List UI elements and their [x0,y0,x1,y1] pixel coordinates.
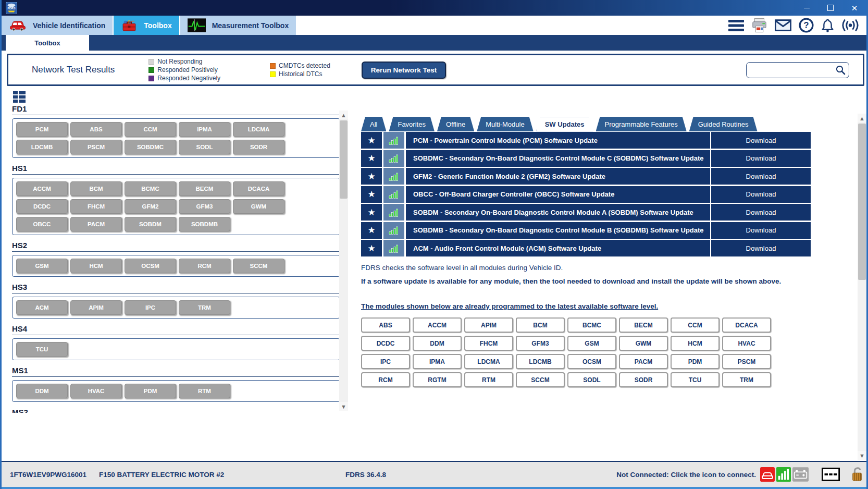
bus-list-scrollbar[interactable]: ▲ ▼ [339,111,348,411]
module-button-dcaca[interactable]: DCACA [233,181,284,196]
sw-update-row[interactable]: ★SOBDM - Secondary On-Board Diagnostic C… [361,204,811,221]
scroll-up-arrow-icon[interactable]: ▲ [339,111,348,119]
module-button-abs[interactable]: ABS [70,122,122,137]
scrollbar-thumb[interactable] [340,120,348,199]
programmed-module-button-tcu[interactable]: TCU [671,372,720,387]
favorite-star-button[interactable]: ★ [361,168,382,185]
sw-update-row[interactable]: ★ACM - Audio Front Control Module (ACM) … [361,240,811,256]
scroll-up-arrow-icon[interactable]: ▲ [858,114,866,123]
module-button-acm[interactable]: ACM [16,300,68,315]
module-button-trm[interactable]: TRM [179,300,230,315]
module-button-hvac[interactable]: HVAC [70,384,122,398]
scrollbar-thumb[interactable] [858,124,866,280]
printer-icon[interactable] [751,18,767,33]
programmed-module-button-bcmc[interactable]: BCMC [567,317,616,333]
programmed-module-button-hcm[interactable]: HCM [671,336,720,351]
module-button-pacm[interactable]: PACM [70,217,122,231]
download-button[interactable]: Download [710,222,811,239]
mail-icon[interactable] [775,19,791,31]
programmed-module-button-gsm[interactable]: GSM [567,336,616,351]
download-button[interactable]: Download [710,168,811,185]
module-button-obcc[interactable]: OBCC [16,217,68,231]
sw-update-row[interactable]: ★SOBDMB - Secondary On-Board Diagnostic … [361,222,811,239]
favorite-star-button[interactable]: ★ [361,222,382,239]
module-button-ocsm[interactable]: OCSM [125,259,176,273]
module-button-pcm[interactable]: PCM [16,122,68,137]
scroll-down-arrow-icon[interactable]: ▼ [339,402,348,411]
menu-icon[interactable] [728,20,744,31]
programmed-module-button-rcm[interactable]: RCM [361,372,410,387]
programmed-module-button-trm[interactable]: TRM [722,372,771,387]
favorite-star-button[interactable]: ★ [361,186,382,203]
module-button-gfm2[interactable]: GFM2 [125,199,176,214]
module-button-ipc[interactable]: IPC [125,300,176,315]
module-button-gfm3[interactable]: GFM3 [179,199,230,214]
tab-favorites[interactable]: Favorites [389,117,434,131]
programmed-module-button-ocsm[interactable]: OCSM [567,354,616,369]
programmed-module-button-rgtm[interactable]: RGTM [413,372,462,387]
module-button-ldcma[interactable]: LDCMA [233,122,284,137]
tab-multi-module[interactable]: Multi-Module [477,117,533,131]
window-scrollbar[interactable]: ▲ ▼ [858,114,866,460]
programmed-module-button-ldcma[interactable]: LDCMA [464,354,513,369]
programmed-module-button-bcm[interactable]: BCM [516,317,565,333]
module-button-accm[interactable]: ACCM [16,181,68,196]
module-button-gsm[interactable]: GSM [16,259,68,273]
programmed-module-button-sodl[interactable]: SODL [567,372,616,387]
module-button-apim[interactable]: APIM [70,300,122,315]
download-button[interactable]: Download [710,240,811,256]
programmed-module-button-rtm[interactable]: RTM [464,372,513,387]
vehicle-connect-icon[interactable] [760,467,775,482]
programmed-module-button-abs[interactable]: ABS [361,317,410,333]
module-button-sodr[interactable]: SODR [233,140,284,154]
programmed-module-button-accm[interactable]: ACCM [413,317,462,333]
search-input[interactable] [747,66,835,74]
sw-update-row[interactable]: ★PCM - Powertrain Control Module (PCM) S… [361,132,811,149]
favorite-star-button[interactable]: ★ [361,204,382,221]
sw-update-row[interactable]: ★SOBDMC - Secondary On-Board Diagnostic … [361,150,811,167]
module-button-sobdm[interactable]: SOBDM [125,217,176,231]
programmed-module-button-gfm3[interactable]: GFM3 [516,336,565,351]
close-button[interactable]: ✕ [842,0,866,16]
programmed-module-button-dcaca[interactable]: DCACA [722,317,771,333]
programmed-module-button-apim[interactable]: APIM [464,317,513,333]
download-button[interactable]: Download [710,186,811,203]
rerun-network-test-button[interactable]: Rerun Network Test [362,62,447,79]
module-button-sobdmc[interactable]: SOBDMC [125,140,176,154]
module-button-rcm[interactable]: RCM [179,259,230,273]
programmed-module-button-pacm[interactable]: PACM [619,354,668,369]
favorite-star-button[interactable]: ★ [361,150,382,167]
maximize-button[interactable] [819,0,842,16]
module-button-rtm[interactable]: RTM [179,384,230,398]
programmed-module-button-ipma[interactable]: IPMA [413,354,462,369]
programmed-module-button-pdm[interactable]: PDM [671,354,720,369]
scroll-down-arrow-icon[interactable]: ▼ [858,451,866,460]
favorite-star-button[interactable]: ★ [361,240,382,256]
module-button-ldcmb[interactable]: LDCMB [16,140,68,154]
programmed-module-button-ldcmb[interactable]: LDCMB [516,354,565,369]
tab-all[interactable]: All [361,117,386,131]
download-button[interactable]: Download [710,150,811,167]
programmed-module-button-ddm[interactable]: DDM [413,336,462,351]
module-button-sobdmb[interactable]: SOBDMB [179,217,230,231]
search-icon[interactable] [835,65,846,75]
programmed-module-button-sccm[interactable]: SCCM [516,372,565,387]
download-button[interactable]: Download [710,132,811,149]
module-button-ddm[interactable]: DDM [16,384,68,398]
tab-guided-routines[interactable]: Guided Routines [689,117,758,131]
tab-sw-updates[interactable]: SW Updates [536,117,593,131]
module-button-gwm[interactable]: GWM [233,199,284,214]
module-button-hcm[interactable]: HCM [70,259,122,273]
tab-toolbox-sub[interactable]: Toolbox [6,35,89,51]
tab-vehicle-identification[interactable]: Vehicle Identification [2,16,113,35]
programmed-module-button-dcdc[interactable]: DCDC [361,336,410,351]
broadcast-icon[interactable] [841,19,859,32]
module-button-sccm[interactable]: SCCM [233,259,284,273]
module-button-pscm[interactable]: PSCM [70,140,122,154]
programmed-module-button-ccm[interactable]: CCM [671,317,720,333]
programmed-module-button-ipc[interactable]: IPC [361,354,410,369]
minimize-button[interactable] [795,0,819,16]
module-button-ccm[interactable]: CCM [125,122,176,137]
tab-programmable-features[interactable]: Programmable Features [596,117,687,131]
view-toggle-tiles-icon[interactable] [13,91,26,103]
